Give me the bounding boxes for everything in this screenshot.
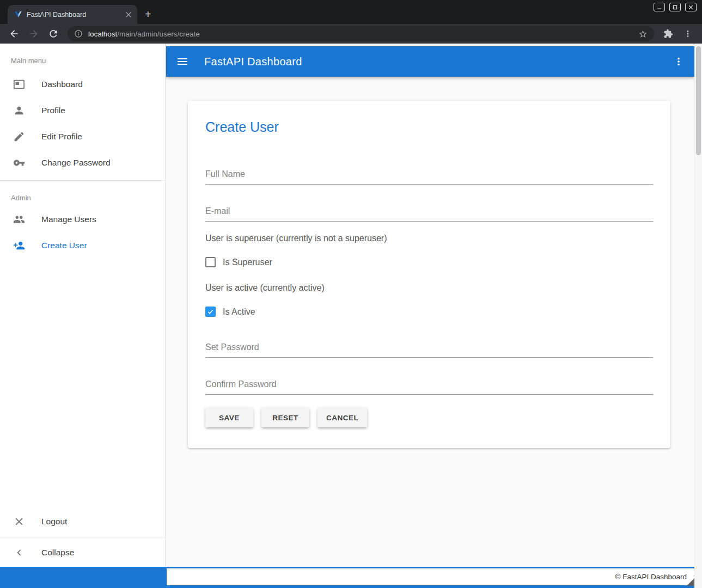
address-bar[interactable]: localhost/main/admin/users/create <box>68 26 654 41</box>
sidebar-item-label: Profile <box>41 106 65 115</box>
sidebar-divider <box>0 537 165 537</box>
sidebar-item-label: Dashboard <box>41 79 83 89</box>
page-title: Create User <box>205 119 653 135</box>
reset-button[interactable]: RESET <box>261 408 309 427</box>
person-add-icon <box>13 240 25 252</box>
sidebar: Main menu Dashboard Profile Edit Profile… <box>0 44 166 567</box>
forward-icon[interactable] <box>28 28 39 39</box>
bookmark-star-icon[interactable] <box>638 29 648 39</box>
sidebar-item-label: Edit Profile <box>41 132 82 142</box>
sidebar-item-edit-profile[interactable]: Edit Profile <box>0 124 165 150</box>
page-content: Create User Full Name E-mail User is sup… <box>166 77 694 567</box>
maximize-icon[interactable] <box>669 3 681 11</box>
save-button[interactable]: SAVE <box>205 408 253 427</box>
form-actions: SAVE RESET CANCEL <box>205 408 653 427</box>
is-superuser-label: Is Superuser <box>223 258 272 267</box>
minimize-icon[interactable] <box>654 3 665 11</box>
page-viewport: Main menu Dashboard Profile Edit Profile… <box>0 44 702 588</box>
url-path: /main/admin/users/create <box>117 30 200 38</box>
sidebar-item-dashboard[interactable]: Dashboard <box>0 71 165 97</box>
url-host: localhost <box>88 30 117 38</box>
hamburger-menu-icon[interactable] <box>176 55 189 68</box>
sidebar-item-change-password[interactable]: Change Password <box>0 150 165 176</box>
is-active-checkbox[interactable]: Is Active <box>205 307 653 317</box>
is-active-label: Is Active <box>223 307 255 317</box>
sidebar-item-collapse[interactable]: Collapse <box>0 540 165 566</box>
email-label: E-mail <box>205 206 230 216</box>
dashboard-icon <box>13 78 25 90</box>
sidebar-divider <box>0 180 165 181</box>
app-bar-title: FastAPI Dashboard <box>204 56 302 68</box>
create-user-card: Create User Full Name E-mail User is sup… <box>188 101 670 448</box>
url-text: localhost/main/admin/users/create <box>88 30 638 38</box>
main-area: FastAPI Dashboard Create User Full Name … <box>166 44 694 567</box>
footer-bar: © FastAPI Dashboard <box>167 568 700 585</box>
sidebar-item-label: Manage Users <box>41 215 96 224</box>
confirm-password-field[interactable]: Confirm Password <box>205 380 653 395</box>
page-scrollbar[interactable] <box>694 44 702 588</box>
back-icon[interactable] <box>9 28 20 39</box>
sidebar-item-label: Change Password <box>41 158 111 168</box>
resize-grip-icon[interactable] <box>687 578 694 586</box>
browser-titlebar: FastAPI Dashboard + <box>0 0 702 24</box>
close-icon[interactable] <box>685 3 697 11</box>
email-field[interactable]: E-mail <box>205 207 653 222</box>
sidebar-section-main-menu: Main menu <box>0 44 165 71</box>
superuser-hint: User is superuser (currently is not a su… <box>205 233 653 243</box>
set-password-field[interactable]: Set Password <box>205 343 653 358</box>
sidebar-item-label: Collapse <box>41 548 74 558</box>
cancel-button[interactable]: CANCEL <box>318 408 367 427</box>
reload-icon[interactable] <box>48 28 59 39</box>
browser-toolbar: localhost/main/admin/users/create <box>0 24 702 44</box>
sidebar-item-label: Logout <box>41 517 67 526</box>
browser-menu-dots-icon[interactable] <box>683 29 693 39</box>
app-footer: © FastAPI Dashboard <box>0 567 702 588</box>
footer-copyright: © FastAPI Dashboard <box>615 573 687 581</box>
active-hint: User is active (currently active) <box>205 283 653 293</box>
tab-title: FastAPI Dashboard <box>27 11 120 19</box>
checkbox-unchecked-icon[interactable] <box>205 257 216 267</box>
sidebar-item-create-user[interactable]: Create User <box>0 232 165 259</box>
new-tab-button[interactable]: + <box>145 9 151 20</box>
full-name-label: Full Name <box>205 169 245 179</box>
key-icon <box>13 157 25 169</box>
people-icon <box>13 213 25 225</box>
browser-tab[interactable]: FastAPI Dashboard <box>8 5 137 24</box>
logout-x-icon <box>13 516 25 528</box>
sidebar-section-admin: Admin <box>0 185 165 206</box>
vuetify-logo-icon <box>14 10 22 19</box>
is-superuser-checkbox[interactable]: Is Superuser <box>205 257 653 267</box>
full-name-field[interactable]: Full Name <box>205 170 653 185</box>
person-icon <box>13 105 25 117</box>
set-password-label: Set Password <box>205 342 259 352</box>
scrollbar-thumb[interactable] <box>696 46 701 155</box>
window-controls <box>654 3 697 11</box>
site-info-icon[interactable] <box>74 29 83 38</box>
sidebar-item-profile[interactable]: Profile <box>0 97 165 124</box>
confirm-password-label: Confirm Password <box>205 379 277 389</box>
sidebar-item-manage-users[interactable]: Manage Users <box>0 206 165 232</box>
sidebar-bottom: Logout Collapse <box>0 509 165 566</box>
chevron-left-icon <box>13 547 25 559</box>
extensions-icon[interactable] <box>663 29 673 39</box>
checkbox-checked-icon[interactable] <box>205 307 216 317</box>
tab-close-icon[interactable] <box>124 10 133 19</box>
sidebar-item-logout[interactable]: Logout <box>0 509 165 535</box>
sidebar-item-label: Create User <box>41 241 87 250</box>
app-bar: FastAPI Dashboard <box>166 46 694 77</box>
app-bar-menu-dots-icon[interactable] <box>673 56 685 68</box>
pencil-icon <box>13 131 25 143</box>
